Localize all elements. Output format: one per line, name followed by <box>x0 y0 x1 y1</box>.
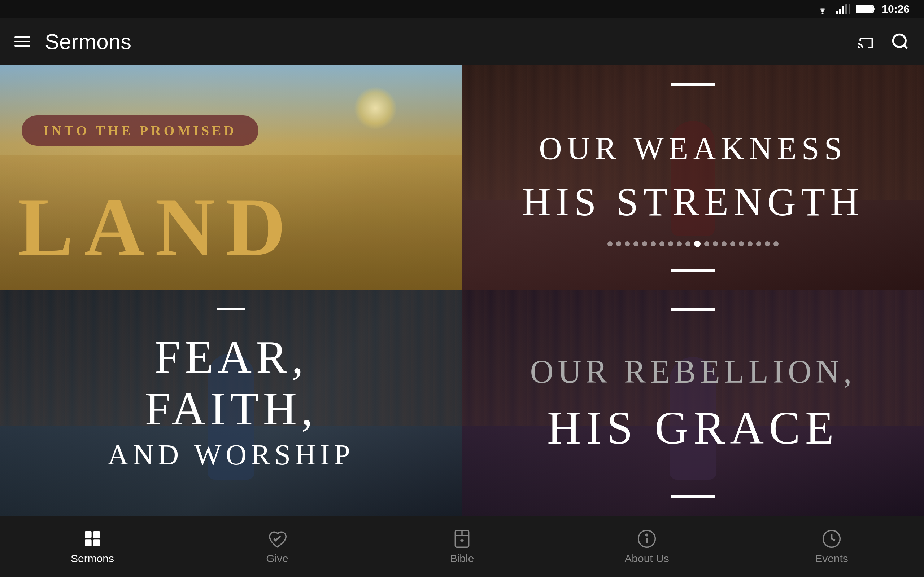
svg-point-9 <box>893 35 906 47</box>
card-3-line2: FAITH, <box>145 383 317 435</box>
badge-into-promised: INTO THE PROMISED <box>22 115 258 146</box>
nav-bible[interactable]: Bible <box>370 521 554 572</box>
card-1-title-text: LAND <box>18 186 444 269</box>
svg-rect-13 <box>85 540 92 546</box>
sermon-card-1[interactable]: INTO THE PROMISED LAND <box>0 65 462 290</box>
card-3-line3: AND WORSHIP <box>108 435 354 475</box>
svg-rect-2 <box>839 9 841 15</box>
card-4-line1: OUR REBELLION, <box>530 352 856 391</box>
card-4-line2: HIS GRACE <box>547 402 839 454</box>
sermon-card-2[interactable]: OUR WEAKNESS HIS STRENGTH <box>462 65 924 290</box>
battery-icon <box>856 4 876 14</box>
svg-rect-8 <box>857 6 873 12</box>
sermons-icon <box>82 529 102 549</box>
status-bar: 10:26 <box>0 0 924 18</box>
svg-rect-7 <box>874 8 875 10</box>
signal-icon <box>835 3 850 15</box>
svg-point-0 <box>822 13 824 15</box>
card-3-line1: FEAR, <box>155 331 308 383</box>
nav-give[interactable]: Give <box>185 521 370 572</box>
nav-bible-label: Bible <box>450 553 474 565</box>
nav-sermons[interactable]: Sermons <box>0 521 185 572</box>
sermon-card-4[interactable]: OUR REBELLION, HIS GRACE <box>462 290 924 516</box>
give-icon <box>267 529 287 549</box>
nav-events-label: Events <box>815 553 848 565</box>
nav-sermons-label: Sermons <box>71 553 114 565</box>
status-time: 10:26 <box>882 3 909 15</box>
svg-rect-11 <box>85 531 92 538</box>
badge-text: INTO THE PROMISED <box>43 123 237 138</box>
card-2-line2: HIS STRENGTH <box>522 178 864 226</box>
menu-button[interactable] <box>15 36 30 47</box>
info-icon <box>637 529 657 549</box>
clock-icon <box>822 529 842 549</box>
card-1-title: LAND <box>18 186 444 269</box>
svg-point-22 <box>646 534 648 536</box>
card-2-line1: OUR WEAKNESS <box>539 129 847 168</box>
svg-rect-14 <box>93 540 100 546</box>
svg-line-10 <box>904 45 907 48</box>
svg-rect-1 <box>835 11 838 15</box>
bottom-nav: Sermons Give Bible About Us <box>0 516 924 577</box>
content-grid: INTO THE PROMISED LAND <box>0 65 924 516</box>
nav-give-label: Give <box>266 553 288 565</box>
svg-rect-12 <box>93 531 100 538</box>
sermon-card-3[interactable]: FEAR, FAITH, AND WORSHIP <box>0 290 462 516</box>
svg-rect-4 <box>845 4 848 15</box>
search-button[interactable] <box>891 32 909 51</box>
nav-about-label: About Us <box>624 553 669 565</box>
app-bar: Sermons <box>0 18 924 65</box>
svg-rect-5 <box>848 3 850 15</box>
nav-events[interactable]: Events <box>739 521 924 572</box>
svg-rect-3 <box>842 6 844 15</box>
cast-button[interactable] <box>856 32 876 50</box>
wifi-icon <box>815 3 830 15</box>
app-title: Sermons <box>45 29 131 54</box>
bible-icon <box>452 529 472 549</box>
nav-about[interactable]: About Us <box>554 521 739 572</box>
